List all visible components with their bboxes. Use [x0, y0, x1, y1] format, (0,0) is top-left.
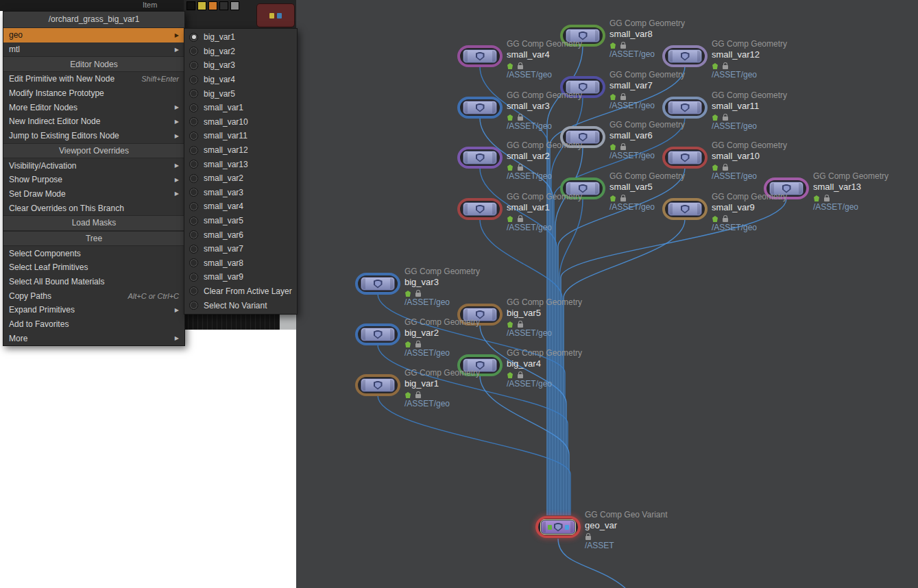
menu-section-load-masks: Load Masks — [3, 215, 184, 231]
node-big_var1[interactable]: GG Comp Geometrybig_var1/ASSET/geo — [355, 374, 400, 396]
network-pane[interactable]: GG Comp Geometrysmall_var8/ASSET/geoGG C… — [296, 0, 918, 588]
variant-option-clear-from-active-layer[interactable]: Clear From Active Layer — [184, 284, 297, 299]
variant-option-select-no-variant[interactable]: Select No Variant — [184, 298, 297, 313]
node-body — [361, 277, 395, 291]
variant-option-label: small_var7 — [204, 244, 243, 254]
node-icon-chip — [277, 13, 282, 19]
node-small_var2[interactable]: GG Comp Geometrysmall_var2/ASSET/geo — [457, 147, 503, 169]
menu-item-jump-to-existing-editors-node[interactable]: Jump to Existing Editors Node▶ — [3, 129, 184, 143]
menu-item-select-leaf-primitives[interactable]: Select Leaf Primitives — [3, 260, 184, 275]
node-big_var2[interactable]: GG Comp Geometrybig_var2/ASSET/geo — [355, 323, 400, 345]
radio-icon — [189, 258, 198, 267]
variant-option-big-var2[interactable]: big_var2 — [184, 45, 297, 59]
display-flag-icon[interactable] — [507, 372, 513, 378]
node-small_var1[interactable]: GG Comp Geometrysmall_var1/ASSET/geo — [457, 198, 503, 220]
display-flag-icon[interactable] — [507, 216, 513, 222]
node-geo_var[interactable]: GG Comp Geo Variantgeo_var/ASSET — [535, 516, 581, 538]
display-flag-icon[interactable] — [405, 341, 411, 347]
node-color-ring — [355, 374, 400, 396]
display-flag-icon[interactable] — [712, 216, 718, 222]
menu-item-label: Select All Bound Materials — [9, 277, 104, 286]
menu-item-copy-paths[interactable]: Copy PathsAlt+C or Ctrl+C — [3, 289, 184, 303]
node-small_var12[interactable]: GG Comp Geometrysmall_var12/ASSET/geo — [662, 45, 708, 67]
menu-item-show-purpose[interactable]: Show Purpose▶ — [3, 173, 184, 187]
node-path: /ASSET/geo — [507, 379, 582, 389]
display-flag-icon[interactable] — [712, 164, 718, 171]
node-type-label: GG Comp Geo Variant — [585, 510, 668, 520]
color-swatch[interactable] — [197, 1, 206, 10]
display-flag-icon[interactable] — [712, 63, 718, 69]
display-flag-icon[interactable] — [507, 321, 513, 328]
variant-option-small-var11[interactable]: small_var11 — [184, 129, 297, 143]
display-flag-icon[interactable] — [814, 195, 819, 201]
node-small_var9[interactable]: GG Comp Geometrysmall_var9/ASSET/geo — [662, 198, 708, 220]
menu-item-set-draw-mode[interactable]: Set Draw Mode▶ — [3, 187, 184, 201]
menu-item-new-indirect-editor-node[interactable]: New Indirect Editor Node▶ — [3, 114, 184, 129]
variant-option-label: small_var5 — [204, 216, 243, 225]
variant-option-big-var1[interactable]: big_var1 — [184, 30, 297, 45]
variant-option-small-var2[interactable]: small_var2 — [184, 171, 297, 186]
menu-item-select-all-bound-materials[interactable]: Select All Bound Materials — [3, 275, 184, 289]
node-color-ring — [662, 198, 708, 220]
variant-option-big-var4[interactable]: big_var4 — [184, 73, 297, 87]
node-small_var11[interactable]: GG Comp Geometrysmall_var11/ASSET/geo — [662, 97, 708, 119]
menu-item-geo[interactable]: geo▶ — [3, 28, 184, 42]
menu-item-add-to-favorites[interactable]: Add to Favorites — [3, 317, 184, 332]
variant-option-small-var4[interactable]: small_var4 — [184, 199, 297, 214]
menu-item-visibility-activation[interactable]: Visibility/Activation▶ — [3, 158, 184, 173]
display-flag-icon[interactable] — [610, 94, 616, 100]
node-type-label: GG Comp Geometry — [507, 297, 582, 308]
variant-option-small-var13[interactable]: small_var13 — [184, 157, 297, 171]
variant-option-small-var10[interactable]: small_var10 — [184, 115, 297, 130]
variant-option-small-var3[interactable]: small_var3 — [184, 186, 297, 200]
display-flag-icon[interactable] — [507, 114, 513, 121]
node-small_var4[interactable]: GG Comp Geometrysmall_var4/ASSET/geo — [457, 45, 503, 67]
color-swatch[interactable] — [219, 1, 228, 10]
variant-option-big-var3[interactable]: big_var3 — [184, 58, 297, 73]
node-small_var10[interactable]: GG Comp Geometrysmall_var10/ASSET/geo — [662, 147, 708, 169]
menu-item-mtl[interactable]: mtl▶ — [3, 42, 184, 57]
menu-item-more[interactable]: More▶ — [3, 331, 184, 345]
node-labels: GG Comp Geometrybig_var4/ASSET/geo — [507, 348, 582, 389]
display-flag-icon[interactable] — [610, 195, 616, 201]
menu-item-select-components[interactable]: Select Components — [3, 246, 184, 260]
node-shield-icon — [476, 154, 485, 162]
variant-option-small-var12[interactable]: small_var12 — [184, 143, 297, 158]
variant-option-small-var8[interactable]: small_var8 — [184, 256, 297, 271]
node-big_var3[interactable]: GG Comp Geometrybig_var3/ASSET/geo — [355, 273, 400, 295]
display-flag-icon[interactable] — [610, 144, 616, 150]
color-swatch[interactable] — [186, 1, 195, 10]
variant-option-small-var7[interactable]: small_var7 — [184, 242, 297, 256]
variant-option-small-var1[interactable]: small_var1 — [184, 101, 297, 115]
variant-option-small-var9[interactable]: small_var9 — [184, 270, 297, 284]
menu-item-edit-primitive-with-new-node[interactable]: Edit Primitive with New NodeShift+Enter — [3, 72, 184, 86]
menu-item-more-editor-nodes[interactable]: More Editor Nodes▶ — [3, 100, 184, 114]
display-flag-icon[interactable] — [712, 114, 718, 121]
node-body — [463, 101, 497, 114]
display-flag-icon[interactable] — [405, 291, 411, 297]
prim-context-menu: /orchard_grass_big_var1 geo▶mtl▶Editor N… — [3, 11, 185, 346]
display-flag-icon[interactable] — [507, 63, 513, 69]
menu-item-clear-overrides-on-this-branch[interactable]: Clear Overrides on This Branch — [3, 201, 184, 215]
menu-item-modify-instance-prototype[interactable]: Modify Instance Prototype — [3, 86, 184, 101]
menu-item-label: Edit Primitive with New Node — [9, 74, 114, 84]
variant-option-big-var5[interactable]: big_var5 — [184, 86, 297, 101]
menu-section-editor-nodes: Editor Nodes — [3, 56, 184, 72]
node-badges — [404, 389, 480, 399]
display-flag-icon[interactable] — [610, 42, 616, 49]
lock-icon — [824, 197, 830, 201]
lock-icon — [620, 45, 626, 49]
variant-option-small-var5[interactable]: small_var5 — [184, 214, 297, 228]
variant-option-small-var6[interactable]: small_var6 — [184, 228, 297, 242]
color-swatch[interactable] — [230, 1, 239, 10]
color-swatch[interactable] — [208, 1, 217, 10]
node-small_var3[interactable]: GG Comp Geometrysmall_var3/ASSET/geo — [457, 97, 503, 119]
display-flag-icon[interactable] — [507, 164, 513, 171]
node-badges — [712, 60, 787, 70]
node-badges — [585, 531, 668, 541]
node-type-label: GG Comp Geometry — [609, 19, 685, 29]
node-body — [463, 49, 497, 63]
menu-item-expand-primitives[interactable]: Expand Primitives▶ — [3, 303, 184, 317]
node-shield-icon — [681, 52, 690, 61]
display-flag-icon[interactable] — [405, 392, 411, 398]
